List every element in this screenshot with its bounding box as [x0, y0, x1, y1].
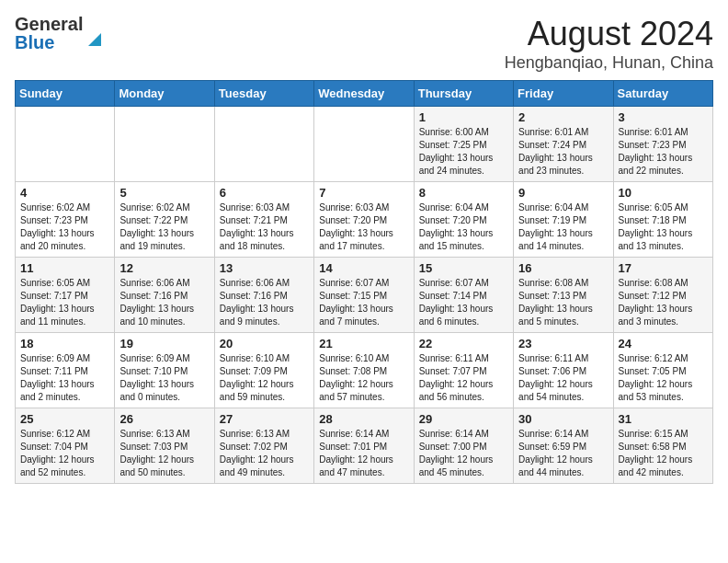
- calendar-cell: 6Sunrise: 6:03 AM Sunset: 7:21 PM Daylig…: [214, 182, 313, 258]
- calendar-cell: 19Sunrise: 6:09 AM Sunset: 7:10 PM Dayli…: [115, 333, 214, 408]
- logo-blue: Blue: [15, 32, 54, 52]
- calendar-cell: 21Sunrise: 6:10 AM Sunset: 7:08 PM Dayli…: [314, 333, 414, 408]
- day-number: 7: [319, 186, 408, 200]
- cell-info: Sunrise: 6:11 AM Sunset: 7:06 PM Dayligh…: [518, 352, 608, 404]
- day-number: 13: [220, 261, 309, 275]
- calendar-cell: 9Sunrise: 6:04 AM Sunset: 7:19 PM Daylig…: [514, 182, 613, 258]
- day-number: 28: [319, 412, 408, 426]
- calendar-cell: 5Sunrise: 6:02 AM Sunset: 7:22 PM Daylig…: [115, 182, 214, 258]
- calendar-cell: 24Sunrise: 6:12 AM Sunset: 7:05 PM Dayli…: [613, 333, 712, 408]
- day-number: 14: [319, 261, 408, 275]
- calendar-cell: 14Sunrise: 6:07 AM Sunset: 7:15 PM Dayli…: [314, 258, 414, 333]
- calendar-cell: 28Sunrise: 6:14 AM Sunset: 7:01 PM Dayli…: [314, 408, 414, 484]
- day-number: 15: [419, 261, 508, 275]
- day-number: 11: [20, 261, 109, 275]
- calendar-cell: [16, 107, 115, 182]
- cell-info: Sunrise: 6:08 AM Sunset: 7:13 PM Dayligh…: [518, 277, 608, 328]
- logo-text: GeneralBlue: [15, 15, 83, 52]
- day-number: 30: [518, 412, 608, 426]
- cell-info: Sunrise: 6:11 AM Sunset: 7:07 PM Dayligh…: [419, 352, 508, 404]
- day-number: 18: [20, 337, 109, 350]
- cell-info: Sunrise: 6:00 AM Sunset: 7:25 PM Dayligh…: [419, 126, 508, 178]
- calendar-cell: 3Sunrise: 6:01 AM Sunset: 7:23 PM Daylig…: [613, 107, 712, 182]
- calendar-cell: 29Sunrise: 6:14 AM Sunset: 7:00 PM Dayli…: [414, 408, 513, 484]
- day-number: 6: [220, 186, 309, 200]
- day-number: 8: [419, 186, 508, 200]
- calendar-cell: 27Sunrise: 6:13 AM Sunset: 7:02 PM Dayli…: [214, 408, 313, 484]
- cell-info: Sunrise: 6:01 AM Sunset: 7:24 PM Dayligh…: [518, 126, 608, 178]
- cell-info: Sunrise: 6:07 AM Sunset: 7:14 PM Dayligh…: [419, 277, 508, 328]
- day-number: 31: [619, 412, 708, 426]
- calendar-cell: 8Sunrise: 6:04 AM Sunset: 7:20 PM Daylig…: [414, 182, 513, 258]
- calendar-table: SundayMondayTuesdayWednesdayThursdayFrid…: [15, 80, 713, 484]
- day-number: 26: [119, 412, 209, 426]
- day-number: 12: [119, 261, 209, 275]
- day-number: 27: [220, 412, 309, 426]
- day-header-sunday: Sunday: [16, 81, 115, 107]
- day-number: 17: [619, 261, 708, 275]
- day-header-thursday: Thursday: [414, 81, 513, 107]
- cell-info: Sunrise: 6:12 AM Sunset: 7:04 PM Dayligh…: [20, 428, 109, 479]
- day-number: 3: [619, 110, 708, 124]
- day-number: 16: [518, 261, 608, 275]
- cell-info: Sunrise: 6:02 AM Sunset: 7:22 PM Dayligh…: [119, 201, 209, 253]
- day-header-wednesday: Wednesday: [314, 81, 414, 107]
- calendar-cell: 30Sunrise: 6:14 AM Sunset: 6:59 PM Dayli…: [514, 408, 613, 484]
- cell-info: Sunrise: 6:09 AM Sunset: 7:11 PM Dayligh…: [20, 352, 109, 404]
- calendar-cell: 4Sunrise: 6:02 AM Sunset: 7:23 PM Daylig…: [16, 182, 115, 258]
- cell-info: Sunrise: 6:12 AM Sunset: 7:05 PM Dayligh…: [619, 352, 708, 404]
- calendar-cell: 11Sunrise: 6:05 AM Sunset: 7:17 PM Dayli…: [16, 258, 115, 333]
- day-number: 24: [619, 337, 708, 350]
- day-number: 22: [419, 337, 508, 350]
- calendar-cell: 23Sunrise: 6:11 AM Sunset: 7:06 PM Dayli…: [514, 333, 613, 408]
- page-header: GeneralBlue August 2024 Hengbanqiao, Hun…: [15, 15, 713, 73]
- calendar-cell: 31Sunrise: 6:15 AM Sunset: 6:58 PM Dayli…: [613, 408, 712, 484]
- calendar-header-row: SundayMondayTuesdayWednesdayThursdayFrid…: [16, 81, 713, 107]
- day-number: 21: [319, 337, 408, 350]
- cell-info: Sunrise: 6:14 AM Sunset: 7:00 PM Dayligh…: [419, 428, 508, 479]
- calendar-cell: 16Sunrise: 6:08 AM Sunset: 7:13 PM Dayli…: [514, 258, 613, 333]
- calendar-cell: 25Sunrise: 6:12 AM Sunset: 7:04 PM Dayli…: [16, 408, 115, 484]
- calendar-cell: 18Sunrise: 6:09 AM Sunset: 7:11 PM Dayli…: [16, 333, 115, 408]
- calendar-cell: 15Sunrise: 6:07 AM Sunset: 7:14 PM Dayli…: [414, 258, 513, 333]
- calendar-week-1: 1Sunrise: 6:00 AM Sunset: 7:25 PM Daylig…: [16, 107, 713, 182]
- cell-info: Sunrise: 6:10 AM Sunset: 7:09 PM Dayligh…: [220, 352, 309, 404]
- day-number: 10: [619, 186, 708, 200]
- cell-info: Sunrise: 6:04 AM Sunset: 7:19 PM Dayligh…: [518, 201, 608, 253]
- cell-info: Sunrise: 6:03 AM Sunset: 7:20 PM Dayligh…: [319, 201, 408, 253]
- calendar-cell: 12Sunrise: 6:06 AM Sunset: 7:16 PM Dayli…: [115, 258, 214, 333]
- cell-info: Sunrise: 6:05 AM Sunset: 7:17 PM Dayligh…: [20, 277, 109, 328]
- cell-info: Sunrise: 6:02 AM Sunset: 7:23 PM Dayligh…: [20, 201, 109, 253]
- day-number: 19: [119, 337, 209, 350]
- cell-info: Sunrise: 6:14 AM Sunset: 6:59 PM Dayligh…: [518, 428, 608, 479]
- calendar-cell: 22Sunrise: 6:11 AM Sunset: 7:07 PM Dayli…: [414, 333, 513, 408]
- day-header-tuesday: Tuesday: [214, 81, 313, 107]
- title-block: August 2024 Hengbanqiao, Hunan, China: [505, 15, 713, 73]
- cell-info: Sunrise: 6:06 AM Sunset: 7:16 PM Dayligh…: [220, 277, 309, 328]
- cell-info: Sunrise: 6:03 AM Sunset: 7:21 PM Dayligh…: [220, 201, 309, 253]
- calendar-cell: 13Sunrise: 6:06 AM Sunset: 7:16 PM Dayli…: [214, 258, 313, 333]
- day-number: 25: [20, 412, 109, 426]
- cell-info: Sunrise: 6:08 AM Sunset: 7:12 PM Dayligh…: [619, 277, 708, 328]
- cell-info: Sunrise: 6:13 AM Sunset: 7:03 PM Dayligh…: [119, 428, 209, 479]
- calendar-cell: 10Sunrise: 6:05 AM Sunset: 7:18 PM Dayli…: [613, 182, 712, 258]
- cell-info: Sunrise: 6:14 AM Sunset: 7:01 PM Dayligh…: [319, 428, 408, 479]
- logo-icon: [85, 29, 105, 50]
- cell-info: Sunrise: 6:04 AM Sunset: 7:20 PM Dayligh…: [419, 201, 508, 253]
- day-header-friday: Friday: [514, 81, 613, 107]
- cell-info: Sunrise: 6:15 AM Sunset: 6:58 PM Dayligh…: [619, 428, 708, 479]
- day-header-monday: Monday: [115, 81, 214, 107]
- svg-marker-0: [88, 33, 101, 46]
- day-header-saturday: Saturday: [613, 81, 712, 107]
- logo: GeneralBlue: [15, 15, 105, 52]
- calendar-cell: [314, 107, 414, 182]
- calendar-cell: 2Sunrise: 6:01 AM Sunset: 7:24 PM Daylig…: [514, 107, 613, 182]
- calendar-week-3: 11Sunrise: 6:05 AM Sunset: 7:17 PM Dayli…: [16, 258, 713, 333]
- calendar-cell: 7Sunrise: 6:03 AM Sunset: 7:20 PM Daylig…: [314, 182, 414, 258]
- day-number: 29: [419, 412, 508, 426]
- calendar-cell: [115, 107, 214, 182]
- calendar-cell: 26Sunrise: 6:13 AM Sunset: 7:03 PM Dayli…: [115, 408, 214, 484]
- day-number: 2: [518, 110, 608, 124]
- calendar-week-4: 18Sunrise: 6:09 AM Sunset: 7:11 PM Dayli…: [16, 333, 713, 408]
- cell-info: Sunrise: 6:13 AM Sunset: 7:02 PM Dayligh…: [220, 428, 309, 479]
